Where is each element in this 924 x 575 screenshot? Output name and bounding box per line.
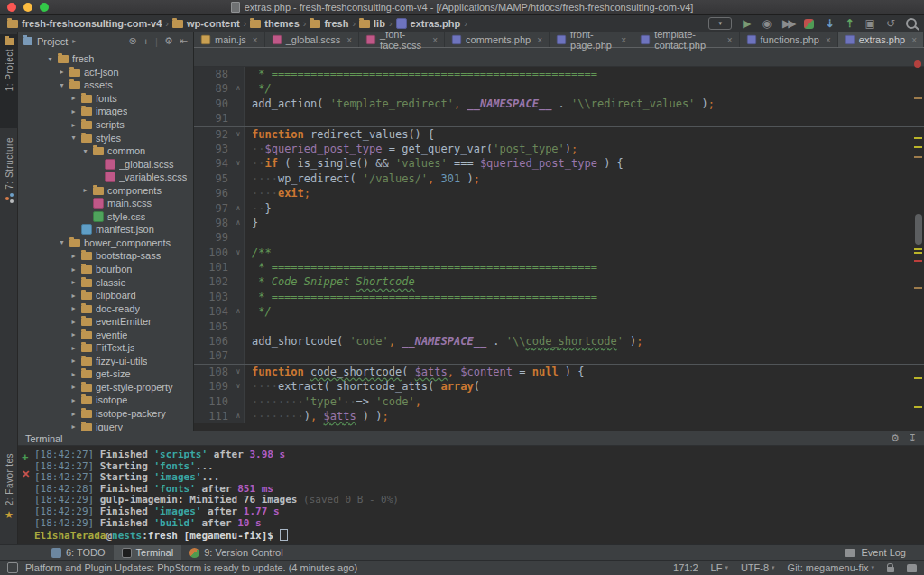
code-line-98[interactable]: 98∧} (194, 216, 924, 230)
tree-item-fresh[interactable]: ▾fresh (18, 52, 193, 66)
fold-marker-icon[interactable]: ∧ (233, 304, 245, 319)
fold-marker-icon[interactable]: ∧ (233, 409, 245, 423)
tree-item-clipboard[interactable]: ▸clipboard (18, 289, 193, 302)
tree-item-classie[interactable]: ▸classie (18, 275, 193, 289)
gear-icon[interactable]: ⚙ (164, 35, 173, 47)
code-line-102[interactable]: 102 * Code Snippet Shortcode (194, 274, 924, 289)
editor-scrollbar[interactable] (915, 214, 922, 245)
locate-file-icon[interactable]: + (143, 36, 149, 47)
warning-stripe-mark[interactable] (914, 406, 922, 408)
tree-toggle-icon[interactable]: ▸ (58, 68, 66, 76)
zoom-window-button[interactable] (40, 3, 49, 12)
weak-stripe-mark[interactable] (914, 156, 922, 158)
tree-toggle-icon[interactable]: ▾ (46, 55, 54, 63)
run-icon[interactable]: ▶ (743, 18, 751, 29)
tree-item-doc-ready[interactable]: ▸doc-ready (18, 301, 193, 315)
tree-toggle-icon[interactable]: ▾ (69, 134, 78, 142)
tree-toggle-icon[interactable]: ▸ (69, 357, 78, 365)
tree-toggle-icon[interactable]: ▸ (81, 186, 89, 194)
tree-toggle-icon[interactable]: ▸ (69, 292, 78, 300)
tree-item-common[interactable]: ▾common (18, 144, 193, 158)
tree-toggle-icon[interactable]: ▸ (69, 370, 78, 378)
tree-item-acf-json[interactable]: ▸acf-json (18, 66, 193, 79)
tree-toggle-icon[interactable]: ▸ (69, 252, 78, 260)
code-line-103[interactable]: 103 * ==================================… (194, 290, 924, 304)
status-message[interactable]: Platform and Plugin Updates: PhpStorm is… (25, 562, 666, 573)
code-line-110[interactable]: 110········'type'··=> 'code', (194, 394, 924, 409)
project-tree[interactable]: ▾fresh▸acf-json▾assets▸fonts▸images▸scri… (18, 50, 193, 431)
tab-front-page.php[interactable]: front-page.php× (550, 32, 633, 47)
close-icon[interactable]: × (432, 35, 438, 45)
fold-marker-icon[interactable]: ∨ (233, 365, 245, 379)
tree-item-get-style-property[interactable]: ▸get-style-property (18, 381, 193, 394)
breadcrumb-item-themes[interactable]: themes (250, 18, 300, 29)
code-line-94[interactable]: 94∨··if ( is_single() && 'values' === $q… (194, 156, 924, 171)
tree-toggle-icon[interactable]: ▾ (58, 81, 66, 89)
tree-toggle-icon[interactable]: ▾ (81, 147, 89, 155)
toolwindow-button-Terminal[interactable]: Terminal (114, 545, 182, 561)
code-line-95[interactable]: 95····wp_redirect( '/values/', 301 ); (194, 172, 924, 186)
close-icon[interactable]: × (537, 35, 542, 45)
code-line-97[interactable]: 97∧··} (194, 201, 924, 216)
fold-marker-icon[interactable]: ∨ (233, 379, 245, 394)
code-line-91[interactable]: 91 (194, 111, 924, 125)
error-indicator-icon[interactable] (914, 60, 921, 68)
breadcrumb-item-fresh[interactable]: fresh (310, 18, 348, 29)
fold-marker-icon[interactable]: ∧ (233, 201, 245, 216)
toolwindow-button-9: Version Control[interactable]: 9: Version Control (181, 545, 291, 561)
warning-stripe-mark[interactable] (914, 248, 922, 250)
error-stripe[interactable] (911, 32, 924, 431)
tree-item-bootstrap-sass[interactable]: ▸bootstrap-sass (18, 249, 193, 263)
code-line-111[interactable]: 111∧········), $atts ) ); (194, 409, 924, 423)
tree-toggle-icon[interactable]: ▸ (69, 344, 78, 352)
debug-icon[interactable]: ◉ (762, 18, 772, 29)
warning-stripe-mark[interactable] (914, 377, 922, 379)
tree-item-bower_components[interactable]: ▾bower_components (18, 236, 193, 250)
vcs-commit-icon[interactable]: ⇡ (845, 18, 855, 29)
tree-item-bourbon[interactable]: ▸bourbon (18, 263, 193, 276)
breadcrumb-item-wp-content[interactable]: wp-content (172, 18, 240, 29)
caret-position-widget[interactable]: 171:2 (673, 562, 698, 573)
close-window-button[interactable] (7, 3, 16, 12)
rollback-icon[interactable]: ↺ (886, 18, 895, 29)
close-icon[interactable]: × (346, 35, 352, 45)
code-line-108[interactable]: 108∨function code_shortcode( $atts, $con… (194, 364, 924, 379)
tree-item-fizzy-ui-utils[interactable]: ▸fizzy-ui-utils (18, 355, 193, 368)
tree-item-_variables.scss[interactable]: _variables.scss (18, 171, 193, 184)
code-line-89[interactable]: 89∧ */ (194, 81, 924, 96)
tab-template-contact.php[interactable]: template-contact.php× (633, 32, 739, 47)
breadcrumb-item-extras.php[interactable]: extras.php (396, 18, 461, 29)
code-line-90[interactable]: 90add_action( 'template_redirect', __NAM… (194, 97, 924, 111)
tree-toggle-icon[interactable]: ▸ (69, 94, 78, 102)
tree-item-manifest.json[interactable]: manifest.json (18, 223, 193, 236)
stripe-button-favorites[interactable]: 2: Favorites ★ (0, 453, 18, 552)
code-line-88[interactable]: 88 * ===================================… (194, 67, 924, 81)
tab-_font-face.scss[interactable]: _font-face.scss× (359, 32, 445, 47)
tree-toggle-icon[interactable]: ▸ (69, 383, 78, 391)
search-icon[interactable] (906, 18, 917, 29)
code-line-92[interactable]: 92∨function redirect_values() { (194, 126, 924, 142)
tree-toggle-icon[interactable]: ▸ (69, 107, 78, 116)
line-ending-widget[interactable]: LF▾ (711, 562, 728, 573)
close-icon[interactable]: × (727, 35, 733, 45)
warning-stripe-mark[interactable] (914, 137, 922, 139)
fold-marker-icon[interactable]: ∨ (233, 127, 245, 142)
lock-icon[interactable] (887, 567, 894, 572)
warning-stripe-mark[interactable] (914, 252, 922, 254)
chevron-right-icon[interactable]: ▸ (72, 37, 76, 45)
close-icon[interactable]: × (253, 35, 258, 45)
tab-functions.php[interactable]: functions.php× (740, 32, 838, 47)
tab-main.js[interactable]: main.js× (194, 32, 265, 47)
code-line-104[interactable]: 104∧ */ (194, 304, 924, 319)
minimize-window-button[interactable] (23, 3, 32, 12)
event-log-button[interactable]: Event Log (845, 547, 924, 558)
code-line-107[interactable]: 107 (194, 348, 924, 363)
vcs-update-icon[interactable]: ⇣ (825, 18, 834, 29)
close-icon[interactable]: × (621, 35, 626, 45)
breadcrumb-item-lib[interactable]: lib (359, 18, 385, 29)
editor-area[interactable]: main.js×_global.scss×_font-face.scss×com… (194, 32, 924, 431)
terminal-output[interactable]: [18:42:27] Finished 'scripts' after 3.98… (34, 450, 399, 541)
git-branch-widget[interactable]: Git: megamenu-fix▾ (788, 562, 874, 573)
code-line-105[interactable]: 105 (194, 320, 924, 334)
profiler-icon[interactable] (804, 19, 814, 29)
